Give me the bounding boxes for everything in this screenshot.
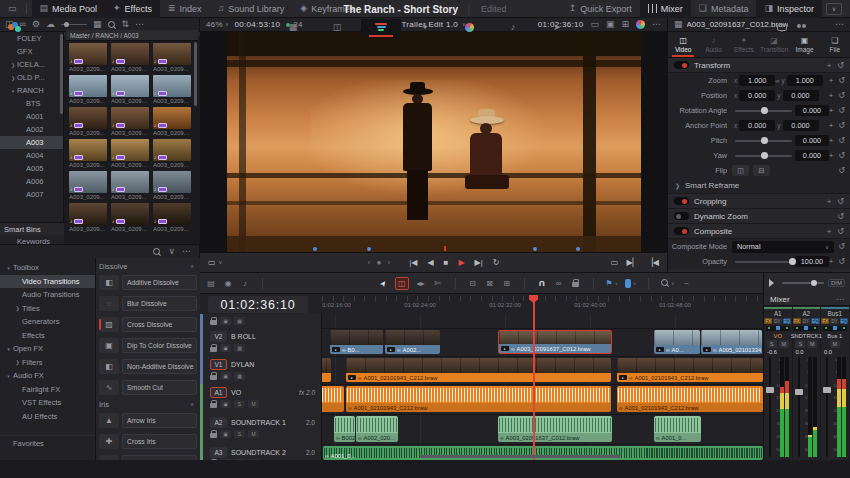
zoom-out-button[interactable]: − <box>682 277 692 290</box>
link-clips-button[interactable]: ∞ <box>554 277 564 290</box>
section-toggle[interactable] <box>674 212 689 220</box>
timeline-clip[interactable]: ▸∞A001_02101943_C212.braw <box>617 358 763 382</box>
media-clip-thumbnail[interactable]: ♪A003_0209... <box>111 43 151 72</box>
more-options-icon[interactable]: ⋯ <box>182 247 191 256</box>
transition-item[interactable]: ▣Dip To Color Dissolve <box>99 335 197 356</box>
timeline-clip[interactable]: ▸∞A005_02101334_... <box>701 330 762 354</box>
dim-button[interactable]: DIM <box>828 279 845 287</box>
x-value-input[interactable]: 0.000 <box>739 120 775 131</box>
media-pool-breadcrumb[interactable]: Master / RANCH / A003 <box>66 30 198 41</box>
section-header-dynamic-zoom[interactable]: Dynamic Zoom↺ <box>668 209 850 224</box>
selection-pointer-button[interactable]: ➤ <box>378 277 388 290</box>
link-icon[interactable]: ∞ <box>775 78 779 84</box>
jog-control[interactable]: ‹ ● › <box>368 258 393 267</box>
viewer-zoom-level[interactable]: 46% <box>206 20 223 29</box>
thumbnail-view-button[interactable]: ▦ <box>234 317 245 325</box>
value-slider[interactable] <box>735 155 792 157</box>
section-toggle[interactable] <box>674 61 689 69</box>
add-keyframe-icon[interactable]: + <box>827 197 832 206</box>
search-icon[interactable] <box>108 21 116 29</box>
tab-effects[interactable]: ✦Effects <box>729 32 759 57</box>
solo-button[interactable]: S <box>234 430 245 438</box>
solo-button[interactable]: S <box>234 459 245 460</box>
add-keyframe-icon[interactable]: + <box>827 227 832 236</box>
page-cut[interactable]: ◫ <box>317 19 357 37</box>
transition-item[interactable]: ◆Diamond Iris <box>99 452 197 460</box>
section-header-transform[interactable]: Transform+↺ <box>668 58 850 73</box>
mute-button[interactable]: M <box>248 459 259 460</box>
timeline-scrollbar[interactable] <box>420 455 620 458</box>
composite-mode-dropdown[interactable]: Normal∨ <box>732 241 834 253</box>
voiceover-mic-button[interactable]: ♪ <box>240 277 250 290</box>
effects-tree-toolbox[interactable]: ▾Toolbox <box>0 261 95 275</box>
thumbnail-view-button[interactable]: ▦ <box>234 344 245 352</box>
dy-chip[interactable]: DY <box>802 318 810 324</box>
media-clip-thumbnail[interactable]: ♪A003_0209... <box>111 107 151 136</box>
topbar-metadata-button[interactable]: ❏Metadata <box>691 0 757 18</box>
media-clip-thumbnail[interactable]: ♪A003_0209... <box>69 107 109 136</box>
media-clip-thumbnail[interactable]: ♪A003_0209... <box>153 203 193 232</box>
reset-icon[interactable]: ↺ <box>837 227 844 236</box>
viewer-mode-icon[interactable]: ▭ <box>208 258 216 267</box>
transition-item[interactable]: ▨Cross Dissolve <box>99 314 197 335</box>
reset-icon[interactable]: ↺ <box>837 212 844 221</box>
clip-marker-red[interactable] <box>444 246 446 251</box>
auto-select-button[interactable]: ▣ <box>220 344 231 352</box>
timeline-clip[interactable]: ∞B002_... <box>334 416 355 442</box>
timeline-clip[interactable]: ▸∞B0... <box>330 330 383 354</box>
media-clip-thumbnail[interactable]: ♪A003_0209... <box>111 171 151 200</box>
reset-icon[interactable]: ↺ <box>838 91 845 100</box>
topbar-inspector-button[interactable]: ◨Inspector <box>756 0 822 18</box>
more-options-icon[interactable]: ⋯ <box>835 20 844 29</box>
reset-icon[interactable]: ↺ <box>838 76 845 85</box>
topbar-quick-export-button[interactable]: ↥Quick Export <box>561 0 640 18</box>
reset-icon[interactable]: ↺ <box>838 151 845 160</box>
topbar-index-button[interactable]: ≣Index <box>160 0 210 18</box>
eq-chip[interactable]: EQ <box>811 318 820 324</box>
effects-tree-filters[interactable]: ❯Filters <box>0 356 95 370</box>
topbar-effects-button[interactable]: ✦Effects <box>105 0 160 18</box>
replace-clip-button[interactable]: ⊞ <box>502 277 512 290</box>
timeline-clip[interactable]: ∞A001_02101943_C212.braw <box>346 386 611 412</box>
page-media[interactable]: ▦ <box>273 19 313 37</box>
bin-item-ranch[interactable]: ▾RANCH <box>0 84 63 97</box>
transform-overlay-icon[interactable]: ⊞ <box>621 20 629 29</box>
value-input[interactable]: 0.000 <box>795 135 828 146</box>
tab-image[interactable]: ▣Image <box>789 32 819 57</box>
timeline-view-options-button[interactable]: ▤ <box>206 277 216 290</box>
eq-chip[interactable]: EQ <box>840 318 849 324</box>
mute-button[interactable]: M <box>807 340 817 348</box>
first-frame-button[interactable]: |◀ <box>409 258 417 267</box>
goto-in-button[interactable]: ▶▏ <box>626 258 638 267</box>
effects-tree-au-effects[interactable]: AU Effects <box>0 410 95 424</box>
dynamic-trim-button[interactable]: ◂▸ <box>416 277 426 290</box>
page-fairlight[interactable]: ♪ <box>493 19 533 37</box>
add-keyframe-icon[interactable]: + <box>829 136 834 145</box>
media-clip-thumbnail[interactable]: ♪A003_0209... <box>69 139 109 168</box>
thumb-size-slider-icon[interactable] <box>61 21 87 28</box>
topbar-media-pool-button[interactable]: ▤Media Pool <box>32 0 106 18</box>
page-fusion[interactable]: ✦ <box>405 19 445 37</box>
value-slider[interactable] <box>735 261 792 263</box>
y-value-input[interactable]: 0.000 <box>783 120 819 131</box>
more-options-icon[interactable]: ⋯ <box>652 20 661 29</box>
thumbnail-view-button[interactable]: ▦ <box>234 372 245 380</box>
y-value-input[interactable]: 0.000 <box>783 90 819 101</box>
auto-select-button[interactable]: ▣ <box>220 372 231 380</box>
reset-icon[interactable]: ↺ <box>838 166 845 175</box>
media-clip-thumbnail[interactable]: ♪A003_0209... <box>111 203 151 232</box>
timeline-clip-selected[interactable]: ▸∞A003_02091637_C012.braw <box>498 330 612 354</box>
section-header-cropping[interactable]: Cropping+↺ <box>668 194 850 209</box>
timeline-clip[interactable]: ▸∞A002... <box>385 330 440 354</box>
bin-item-a006[interactable]: A006 <box>0 175 63 188</box>
goto-out-button[interactable]: ▕◀ <box>647 258 659 267</box>
media-clip-thumbnail[interactable]: ♪A003_0209... <box>69 203 109 232</box>
reset-icon[interactable]: ↺ <box>837 61 844 70</box>
tab-file[interactable]: ❏File <box>820 32 850 57</box>
insert-clip-button[interactable]: ⊟ <box>468 277 478 290</box>
timeline-clip[interactable]: ∞A002_020... <box>356 416 398 442</box>
page-deliver[interactable]: ➤ <box>537 19 577 37</box>
smart-bins-header[interactable]: Smart Bins <box>0 222 64 235</box>
reset-icon[interactable]: ↺ <box>838 136 845 145</box>
flag-button[interactable]: ⚑∨ <box>606 277 618 290</box>
